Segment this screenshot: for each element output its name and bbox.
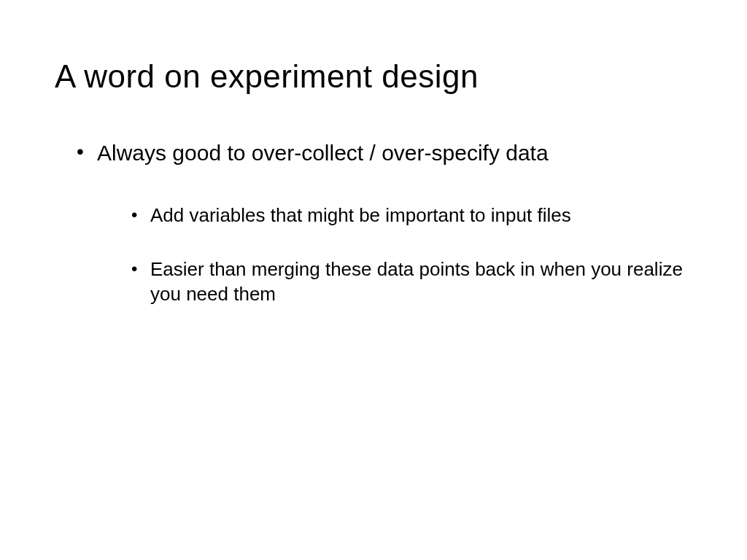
- bullet-level2: Easier than merging these data points ba…: [131, 257, 692, 307]
- bullet-level1: Always good to over-collect / over-speci…: [77, 139, 692, 167]
- slide-container: A word on experiment design Always good …: [0, 0, 747, 560]
- slide-title: A word on experiment design: [55, 58, 692, 95]
- bullet-level2: Add variables that might be important to…: [131, 203, 692, 228]
